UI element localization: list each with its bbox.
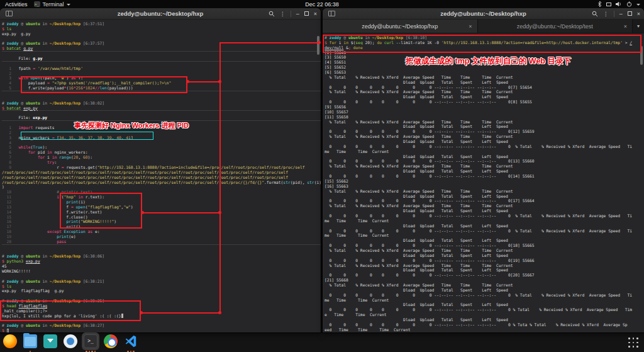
power-icon: [626, 1, 632, 7]
menu-kebab-icon[interactable]: ⋮: [603, 11, 609, 17]
right-scrollbar[interactable]: [640, 46, 643, 65]
tab-bar: zeddy@ubuntu:~/Desktop/hxp × zeddy@ubunt…: [323, 20, 644, 33]
tab-close-icon[interactable]: ×: [469, 23, 472, 30]
clock[interactable]: Dec 22 06:38: [0, 1, 644, 8]
tab-label: zeddy@ubuntu:~/Desktop/hxp: [362, 23, 438, 30]
search-icon[interactable]: [592, 11, 598, 17]
minimize-button[interactable]: –: [619, 12, 623, 16]
divider: [614, 11, 614, 17]
divider: [291, 11, 291, 17]
close-button[interactable]: ×: [637, 11, 640, 17]
tab-chevron-icon[interactable]: ▾: [633, 20, 644, 33]
help-icon: [64, 334, 77, 348]
left-titlebar[interactable]: zeddy@ubuntu:~/Desktop/hxp ⋮ – ×: [0, 8, 321, 20]
window-list-icon: [328, 11, 335, 16]
right-terminal-content[interactable]: # zeddy @ ubuntu in ~/Desktop/hxp [6:38:…: [323, 34, 644, 332]
terminal-window-right: zeddy@ubuntu:~/Desktop/hxp ⋮ – × zeddy@u…: [323, 8, 644, 332]
top-bar: Activities >_ Terminal Dec 22 06:38: [0, 0, 644, 8]
minimize-button[interactable]: –: [296, 12, 299, 16]
show-applications-icon[interactable]: [628, 338, 639, 348]
chrome-icon: [104, 334, 118, 348]
dock-item-files[interactable]: [23, 334, 38, 350]
right-titlebar[interactable]: zeddy@ubuntu:~/Desktop/hxp ⋮ – ×: [323, 8, 644, 20]
chevron-down-icon: [636, 4, 640, 6]
desktop: Activities >_ Terminal Dec 22 06:38 zedd…: [0, 0, 644, 352]
terminal-icon: >_: [84, 334, 97, 348]
dock-item-chrome[interactable]: [103, 334, 118, 350]
dock: >_: [3, 334, 138, 352]
menu-kebab-icon[interactable]: ⋮: [280, 11, 286, 17]
maximize-button[interactable]: [304, 11, 309, 16]
tab-hxp[interactable]: zeddy@ubuntu:~/Desktop/hxp ×: [323, 20, 478, 33]
close-button[interactable]: ×: [314, 11, 317, 17]
tab-close-icon[interactable]: ×: [624, 23, 627, 30]
volume-icon: [616, 1, 622, 7]
tab-label: zeddy@ubuntu:~/Desktop/test: [517, 23, 593, 30]
window-list-icon: [6, 11, 13, 16]
dock-item-firefox[interactable]: [3, 334, 18, 350]
vscode-icon: [124, 334, 138, 348]
files-icon: [23, 334, 37, 348]
tab-test[interactable]: zeddy@ubuntu:~/Desktop/test ×: [478, 20, 633, 33]
software-icon: [43, 334, 57, 348]
firefox-icon: [3, 334, 17, 348]
left-scrollbar[interactable]: [317, 36, 319, 55]
dock-item-terminal[interactable]: >_: [83, 334, 98, 350]
left-terminal-content[interactable]: # zeddy @ ubuntu in ~/Desktop/hxp [6:37:…: [0, 20, 321, 332]
dock-item-software[interactable]: [43, 334, 58, 350]
search-icon[interactable]: [269, 11, 275, 17]
terminal-window-left: zeddy@ubuntu:~/Desktop/hxp ⋮ – × # zeddy…: [0, 8, 321, 332]
dock-item-vscode[interactable]: [123, 334, 138, 350]
screen-share-icon: [606, 3, 611, 6]
bluetooth-icon: [597, 1, 602, 7]
maximize-button[interactable]: [628, 11, 632, 16]
dock-item-help[interactable]: [63, 334, 78, 350]
system-tray[interactable]: [597, 0, 640, 8]
